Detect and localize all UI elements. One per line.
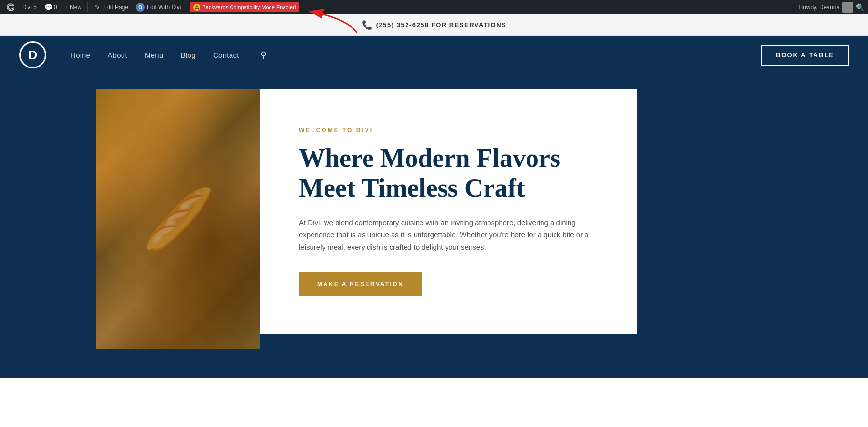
howdy-label: Howdy, Deanna: [799, 4, 840, 11]
divi-version-item[interactable]: Divi 5: [19, 0, 40, 14]
nav-search-icon[interactable]: ⚲: [260, 50, 267, 60]
hero-section: WELCOME TO DIVI Where Modern Flavors Mee…: [0, 74, 868, 349]
admin-bar-right: Howdy, Deanna 🔍: [799, 2, 865, 13]
nav-about[interactable]: About: [108, 51, 127, 59]
hero-description: At Divi, we blend contemporary cuisine w…: [299, 216, 598, 254]
top-bar: 📞 (255) 352-6258 FOR RESERVATIONS: [0, 14, 868, 36]
reservation-button[interactable]: MAKE A RESERVATION: [299, 272, 422, 296]
hero-image-wrapper: [96, 89, 260, 349]
pencil-icon: ✎: [94, 3, 101, 11]
comments-count: 0: [54, 4, 57, 11]
book-table-button[interactable]: BOOK A TABLE: [761, 45, 849, 66]
hero-title: Where Modern Flavors Meet Timeless Craft: [299, 143, 598, 203]
below-hero-section: [0, 349, 868, 378]
edit-page-label: Edit Page: [103, 4, 128, 11]
edit-with-divi-label: Edit With Divi: [147, 4, 181, 11]
comment-icon: 💬: [44, 3, 52, 11]
nav-contact[interactable]: Contact: [213, 51, 239, 59]
divi-badge: D: [136, 3, 145, 12]
nav-menu[interactable]: Menu: [145, 51, 163, 59]
wordpress-icon-item[interactable]: [4, 0, 17, 14]
nav-links: Home About Menu Blog Contact ⚲: [70, 50, 761, 60]
wordpress-icon: [7, 3, 14, 11]
nav-blog[interactable]: Blog: [181, 51, 196, 59]
navbar: D Home About Menu Blog Contact ⚲ BOOK A …: [0, 36, 868, 74]
phone-text: (255) 352-6258 FOR RESERVATIONS: [376, 21, 506, 28]
user-avatar: [842, 2, 853, 13]
logo-letter: D: [28, 48, 38, 63]
compat-label: Backwards Compatibility Mode Enabled: [202, 4, 296, 10]
hero-subtitle: WELCOME TO DIVI: [299, 127, 598, 133]
edit-with-divi-item[interactable]: D Edit With Divi: [133, 0, 184, 14]
admin-bar: Divi 5 💬 0 + New ✎ Edit Page D Edit With…: [0, 0, 868, 14]
new-item[interactable]: + New: [62, 0, 84, 14]
separator-1: [87, 2, 88, 12]
new-label: + New: [65, 4, 81, 11]
site-logo[interactable]: D: [19, 41, 46, 68]
hero-content: WELCOME TO DIVI Where Modern Flavors Mee…: [260, 89, 637, 334]
edit-page-item[interactable]: ✎ Edit Page: [91, 0, 131, 14]
compat-button-wrapper: ⚠ Backwards Compatibility Mode Enabled: [190, 2, 299, 12]
nav-home[interactable]: Home: [70, 51, 90, 59]
phone-icon: 📞: [362, 20, 372, 30]
comments-item[interactable]: 💬 0: [41, 0, 60, 14]
divi-version-label: Divi 5: [22, 4, 37, 11]
admin-search-icon[interactable]: 🔍: [856, 3, 864, 11]
warning-icon: ⚠: [193, 4, 200, 11]
compat-button[interactable]: ⚠ Backwards Compatibility Mode Enabled: [190, 2, 299, 12]
food-image: [96, 89, 260, 349]
